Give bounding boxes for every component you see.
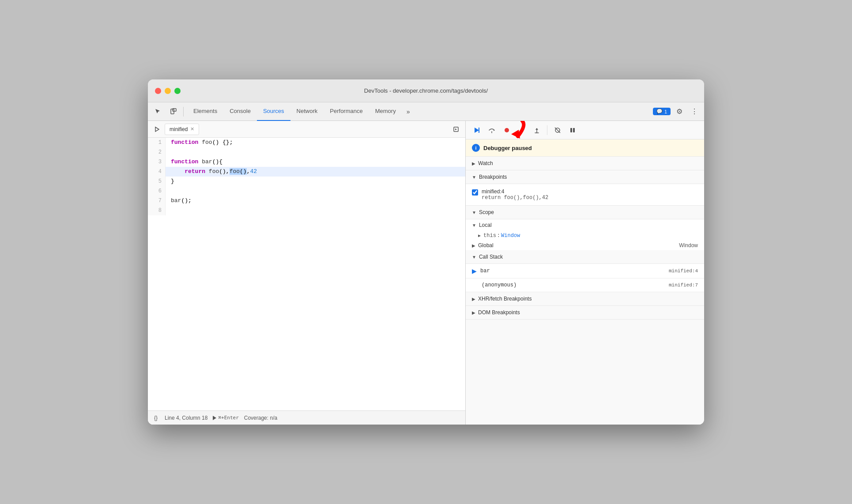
tab-more-button[interactable]: » [402,105,415,118]
run-indicator[interactable]: ⌘+Enter [213,415,238,421]
inspect-button[interactable] [151,105,165,118]
svg-marker-2 [155,127,159,132]
format-icon-item[interactable]: {} [152,414,159,421]
breakpoint-checkbox[interactable] [472,189,478,196]
dom-triangle-icon: ▶ [472,310,475,315]
code-line-8: 8 [148,206,465,215]
watch-triangle-icon: ▶ [472,161,475,166]
tab-navigation: Elements Console Sources Network Perform… [187,102,651,121]
coverage-status: Coverage: n/a [244,415,277,421]
call-stack-content: ▶ bar minified:4 (anonymous) minified:7 [466,264,704,292]
cursor-position: Line 4, Column 18 [165,415,207,421]
call-stack-section-header[interactable]: ▼ Call Stack [466,250,704,264]
this-scope-item: ▶ this : Window [466,231,704,241]
sources-panel: minified ✕ 1 function foo [148,121,466,425]
devtools-window: DevTools - developer.chrome.com/tags/dev… [148,79,704,425]
breakpoint-item: minified:4 return foo(),foo(),42 [472,187,698,203]
debugger-panel: i Debugger paused ▶ Watch ▼ Breakpoints [466,121,704,425]
run-triangle-icon [213,416,216,420]
svg-rect-17 [570,128,572,132]
chat-badge[interactable]: 💬 1 [653,108,671,115]
breakpoint-location: minified:4 [482,188,548,195]
svg-marker-13 [535,128,538,130]
device-toggle-button[interactable] [166,105,180,118]
call-stack-bar[interactable]: ▶ bar minified:4 [466,264,704,278]
scope-section-header[interactable]: ▼ Scope [466,206,704,219]
step-into-button[interactable] [515,124,528,137]
tab-network[interactable]: Network [290,102,324,121]
debugger-content: i Debugger paused ▶ Watch ▼ Breakpoints [466,139,704,425]
title-bar: DevTools - developer.chrome.com/tags/dev… [148,79,704,102]
svg-marker-4 [455,128,457,130]
breakpoint-button[interactable] [500,124,513,137]
deactivate-breakpoints-button[interactable] [551,124,564,137]
breakpoints-section-header[interactable]: ▼ Breakpoints [466,170,704,184]
code-line-7: 7 bar(); [148,196,465,206]
xhr-section-header[interactable]: ▶ XHR/fetch Breakpoints [466,292,704,306]
code-line-4: 4 return foo(),foo(),42 [148,167,465,177]
global-scope-item[interactable]: ▶ Global Window [466,241,704,250]
svg-line-15 [555,128,560,133]
debugger-toolbar-wrapper [466,121,704,139]
paused-text: Debugger paused [483,145,532,151]
devtools-container: Elements Console Sources Network Perform… [148,102,704,425]
dbg-separator-1 [547,125,547,135]
svg-marker-11 [520,131,523,132]
scope-triangle-icon: ▼ [472,210,476,215]
format-icon: {} [152,414,159,421]
svg-marker-5 [475,128,479,133]
code-line-3: 3 function bar(){ [148,157,465,167]
code-line-1: 1 function foo() {}; [148,138,465,147]
svg-point-9 [505,128,509,132]
code-line-6: 6 [148,186,465,196]
devtools-toolbar: Elements Console Sources Network Perform… [148,102,704,121]
tab-elements[interactable]: Elements [187,102,223,121]
devtools-main: minified ✕ 1 function foo [148,121,704,425]
file-tab-close[interactable]: ✕ [190,126,194,132]
file-tab[interactable]: minified ✕ [165,124,199,135]
breakpoints-triangle-icon: ▼ [472,175,476,180]
settings-button[interactable]: ⚙ [673,105,686,118]
scope-content: ▼ Local ▶ this : Window ▶ Global [466,219,704,250]
sources-run-button[interactable] [450,124,462,135]
close-button[interactable] [155,88,161,94]
traffic-lights [155,88,181,94]
sources-toolbar: minified ✕ [148,121,465,138]
window-title: DevTools - developer.chrome.com/tags/dev… [364,87,488,94]
step-out-button[interactable] [530,124,543,137]
breakpoints-content: minified:4 return foo(),foo(),42 [466,184,704,206]
code-line-5: 5 } [148,177,465,186]
dom-section-header[interactable]: ▶ DOM Breakpoints [466,306,704,320]
call-stack-triangle-icon: ▼ [472,255,476,260]
toolbar-separator [183,107,184,117]
global-triangle-icon: ▶ [472,243,475,248]
sources-nav-button[interactable] [151,124,163,135]
debugger-paused-banner: i Debugger paused [466,139,704,157]
toolbar-right: 💬 1 ⚙ ⋮ [653,105,701,118]
code-editor[interactable]: 1 function foo() {}; 2 3 function bar(){ [148,138,465,410]
resume-button[interactable] [470,124,483,137]
code-line-2: 2 [148,147,465,157]
local-triangle-icon: ▼ [472,223,476,228]
call-arrow-icon: ▶ [472,267,477,275]
watch-section-header[interactable]: ▶ Watch [466,157,704,170]
tab-sources[interactable]: Sources [257,102,290,121]
svg-rect-6 [479,128,479,133]
tab-memory[interactable]: Memory [369,102,402,121]
minimize-button[interactable] [165,88,171,94]
breakpoint-info: minified:4 return foo(),foo(),42 [482,188,548,201]
tab-performance[interactable]: Performance [324,102,369,121]
xhr-triangle-icon: ▶ [472,297,475,301]
call-stack-anonymous[interactable]: (anonymous) minified:7 [466,278,704,292]
maximize-button[interactable] [174,88,181,94]
step-over-button[interactable] [485,124,498,137]
info-icon: i [472,144,480,152]
pause-exceptions-button[interactable] [566,124,579,137]
status-bar: {} Line 4, Column 18 ⌘+Enter Coverage: n… [148,410,465,425]
run-keyboard-shortcut: ⌘+Enter [218,415,238,421]
more-button[interactable]: ⋮ [688,105,701,118]
debugger-toolbar [466,121,704,139]
local-sub-header[interactable]: ▼ Local [466,219,704,231]
tab-console[interactable]: Console [223,102,257,121]
this-triangle-icon: ▶ [478,233,481,238]
